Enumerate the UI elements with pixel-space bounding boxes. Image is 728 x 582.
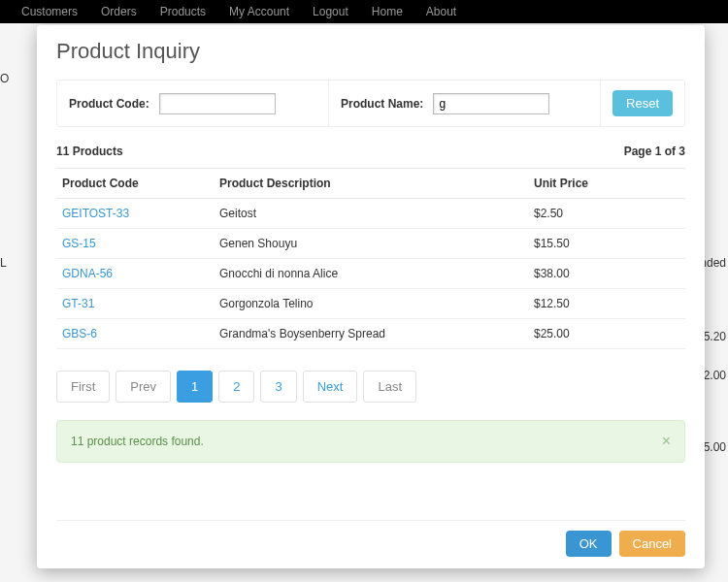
- product-code-link[interactable]: GT-31: [62, 297, 94, 310]
- product-desc: Genen Shouyu: [214, 229, 528, 259]
- search-name-cell: Product Name:: [329, 81, 601, 126]
- results-summary: 11 Products Page 1 of 3: [56, 141, 685, 168]
- search-bar: Product Code: Product Name: Reset: [56, 80, 685, 127]
- table-row: GEITOST-33 Geitost $2.50: [56, 199, 685, 229]
- bg-letter: L: [0, 256, 7, 270]
- product-code-label: Product Code:: [69, 97, 149, 111]
- product-desc: Gnocchi di nonna Alice: [214, 259, 528, 289]
- page-next[interactable]: Next: [303, 371, 358, 403]
- col-unit-price: Unit Price: [528, 169, 685, 199]
- results-count: 11 Products: [56, 145, 123, 158]
- nav-logout[interactable]: Logout: [301, 5, 360, 18]
- alert-close-icon[interactable]: ×: [662, 433, 671, 450]
- table-row: GT-31 Gorgonzola Telino $12.50: [56, 289, 685, 319]
- product-name-label: Product Name:: [341, 97, 423, 111]
- table-header-row: Product Code Product Description Unit Pr…: [56, 169, 685, 199]
- page-3[interactable]: 3: [260, 371, 296, 403]
- modal-title: Product Inquiry: [56, 39, 685, 64]
- product-price: $25.00: [528, 319, 685, 349]
- page-1[interactable]: 1: [177, 371, 213, 403]
- table-row: GDNA-56 Gnocchi di nonna Alice $38.00: [56, 259, 685, 289]
- nav-home[interactable]: Home: [360, 5, 414, 18]
- product-code-input[interactable]: [159, 93, 276, 114]
- nav-customers[interactable]: Customers: [10, 5, 89, 18]
- modal-footer: OK Cancel: [56, 520, 685, 557]
- nav-my-account[interactable]: My Account: [217, 5, 301, 18]
- table-row: GBS-6 Grandma's Boysenberry Spread $25.0…: [56, 319, 685, 349]
- product-desc: Gorgonzola Telino: [214, 289, 528, 319]
- page-first[interactable]: First: [56, 371, 110, 403]
- bg-letter: O: [0, 72, 9, 85]
- top-nav: Customers Orders Products My Account Log…: [0, 0, 728, 23]
- reset-button[interactable]: Reset: [612, 90, 673, 116]
- alert-success: 11 product records found. ×: [56, 420, 685, 463]
- search-reset-cell: Reset: [601, 81, 684, 126]
- product-code-link[interactable]: GEITOST-33: [62, 207, 129, 220]
- nav-orders[interactable]: Orders: [89, 5, 149, 18]
- bg-value: 5.20: [704, 330, 726, 343]
- col-product-description: Product Description: [214, 169, 528, 199]
- bg-value: 5.00: [704, 440, 726, 454]
- product-code-link[interactable]: GDNA-56: [62, 267, 113, 280]
- pagination: First Prev 1 2 3 Next Last: [56, 371, 685, 403]
- product-desc: Grandma's Boysenberry Spread: [214, 319, 528, 349]
- product-price: $2.50: [528, 199, 685, 229]
- page-prev[interactable]: Prev: [116, 371, 171, 403]
- search-code-cell: Product Code:: [57, 81, 329, 126]
- product-inquiry-modal: Product Inquiry Product Code: Product Na…: [37, 25, 705, 568]
- alert-text: 11 product records found.: [71, 435, 204, 448]
- product-price: $38.00: [528, 259, 685, 289]
- bg-value: 2.00: [704, 369, 726, 382]
- product-code-link[interactable]: GBS-6: [62, 327, 97, 340]
- col-product-code: Product Code: [56, 169, 214, 199]
- nav-products[interactable]: Products: [149, 5, 217, 18]
- results-page: Page 1 of 3: [624, 145, 685, 158]
- product-name-input[interactable]: [433, 93, 549, 114]
- cancel-button[interactable]: Cancel: [619, 531, 685, 557]
- product-code-link[interactable]: GS-15: [62, 237, 96, 250]
- product-price: $15.50: [528, 229, 685, 259]
- products-table: Product Code Product Description Unit Pr…: [56, 168, 685, 349]
- product-price: $12.50: [528, 289, 685, 319]
- nav-about[interactable]: About: [414, 5, 468, 18]
- product-desc: Geitost: [214, 199, 528, 229]
- ok-button[interactable]: OK: [566, 531, 612, 557]
- page-last[interactable]: Last: [363, 371, 416, 403]
- page-2[interactable]: 2: [218, 371, 254, 403]
- table-row: GS-15 Genen Shouyu $15.50: [56, 229, 685, 259]
